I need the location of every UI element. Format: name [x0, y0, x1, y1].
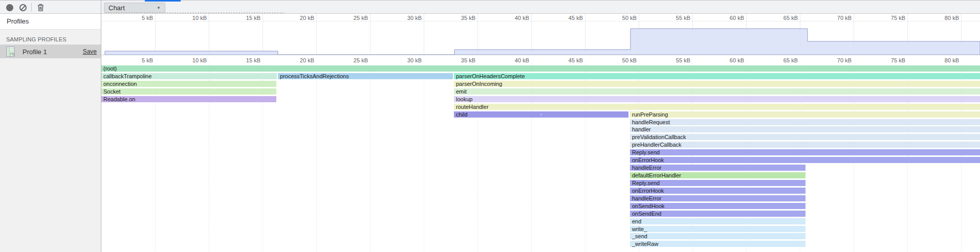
flame-bar-handleError[interactable]: handleError — [630, 195, 805, 201]
flame-bar-processTicksAndRejections[interactable]: processTicksAndRejections — [278, 73, 453, 79]
flame-bar-Reply.send[interactable]: Reply.send — [630, 180, 805, 186]
ruler-tick-label: 30 kB — [393, 57, 422, 63]
flame-bar-emit[interactable]: emit — [454, 88, 980, 95]
ruler-tick-label: 5 kB — [124, 57, 153, 63]
overview-resizer-handle[interactable] — [105, 12, 285, 14]
ruler-tick-label: 80 kB — [930, 57, 959, 63]
ruler-tick-label: 70 kB — [823, 57, 852, 63]
flame-bar-onSendEnd[interactable]: onSendEnd — [630, 211, 805, 217]
profiler-toolbar: Chart ▼ — [0, 0, 980, 14]
sidebar-heading: Profiles — [7, 17, 29, 25]
allocation-overview-chart[interactable] — [101, 14, 980, 55]
ruler-tick-label: 40 kB — [500, 57, 529, 63]
flame-bar-root[interactable]: (root) — [101, 65, 980, 72]
ruler-tick-label: 20 kB — [286, 57, 314, 63]
ruler-tick-label: 10 kB — [178, 57, 207, 63]
ruler-tick-label: 60 kB — [715, 57, 744, 63]
flame-bar-preHandlerCallback[interactable]: preHandlerCallback — [630, 142, 980, 148]
overview-area-path — [105, 29, 980, 55]
save-profile-link[interactable]: Save — [83, 48, 97, 55]
flame-bar-runPreParsing[interactable]: runPreParsing — [630, 111, 980, 118]
delete-profile-button[interactable] — [35, 2, 46, 13]
flame-bar-Readable.on[interactable]: Readable.on — [101, 96, 276, 102]
flame-chart-pane: 5 kB10 kB15 kB20 kB25 kB30 kB35 kB40 kB4… — [101, 14, 980, 252]
flame-bar-preValidationCallback[interactable]: preValidationCallback — [630, 134, 980, 140]
flame-bar-_send[interactable]: _send — [630, 233, 805, 239]
flame-bar-write_[interactable]: write_ — [630, 226, 805, 232]
flame-bar-onSendHook[interactable]: onSendHook — [630, 203, 805, 209]
ruler-tick-label: 45 kB — [554, 57, 583, 63]
flame-bar-onErrorHook[interactable]: onErrorHook — [630, 188, 805, 194]
profile-item-profile-1[interactable]: % Profile 1 Save — [0, 45, 101, 58]
flame-bar-parserOnIncoming[interactable]: parserOnIncoming — [454, 81, 980, 87]
toolbar-separator — [31, 3, 32, 12]
flame-bar-lookup[interactable]: lookup — [454, 96, 980, 102]
flame-bar-Socket[interactable]: Socket — [101, 88, 276, 95]
svg-text:%: % — [11, 53, 14, 56]
trash-icon — [37, 4, 44, 11]
flame-bar-onErrorHook[interactable]: onErrorHook — [630, 157, 980, 163]
flame-bar-end[interactable]: end — [630, 218, 805, 224]
ruler-tick-label: 50 kB — [608, 57, 637, 63]
flame-bar-Reply.send[interactable]: Reply.send — [630, 149, 980, 155]
record-button[interactable] — [4, 2, 15, 13]
flame-bar-onconnection[interactable]: onconnection — [101, 81, 276, 87]
flame-bar-routeHandler[interactable]: routeHandler — [454, 104, 980, 110]
active-tab-underline — [145, 0, 181, 2]
perspective-select[interactable]: Chart ▼ — [104, 3, 165, 13]
flame-bar-defaultErrorHandler[interactable]: defaultErrorHandler — [630, 172, 805, 178]
profiles-sidebar: Profiles SAMPLING PROFILES % Profile 1 S… — [0, 14, 101, 252]
flame-bar-parserOnHeadersComplete[interactable]: parserOnHeadersComplete — [454, 73, 980, 79]
flame-gridline — [316, 63, 317, 252]
ruler-tick-label: 55 kB — [662, 57, 690, 63]
perspective-select-value: Chart — [108, 4, 157, 12]
flame-gridline — [370, 63, 371, 252]
profile-name: Profile 1 — [23, 48, 83, 56]
ruler-tick-label: 75 kB — [877, 57, 905, 63]
sidebar-section: SAMPLING PROFILES % Profile 1 Save — [0, 29, 101, 252]
profile-table-icon: % — [6, 47, 15, 57]
flame-bar-_writeRaw[interactable]: _writeRaw — [630, 241, 805, 247]
devtools-memory-panel: Chart ▼ Profiles SAMPLING PROFILES % Pro… — [0, 0, 980, 252]
ruler-tick-label: 65 kB — [769, 57, 798, 63]
chevron-down-icon: ▼ — [157, 6, 161, 10]
flame-bar-child[interactable]: child — [454, 111, 628, 118]
ruler-tick-label: 35 kB — [447, 57, 475, 63]
clear-profiles-button[interactable] — [17, 2, 29, 13]
record-icon — [6, 4, 13, 11]
flame-bar-handleRequest[interactable]: handleRequest — [630, 119, 980, 125]
ruler-tick-label: 25 kB — [339, 57, 368, 63]
flame-bar-handler[interactable]: handler — [630, 126, 980, 132]
flame-gridline — [424, 63, 424, 252]
ruler-tick-label: 15 kB — [232, 57, 260, 63]
flame-bar-handleError[interactable]: handleError — [630, 165, 805, 171]
overview-bottom-border — [101, 55, 980, 55]
flame-bar-callbackTrampoline[interactable]: callbackTrampoline — [101, 73, 277, 79]
clear-icon — [19, 4, 27, 11]
sampling-profiles-label: SAMPLING PROFILES — [6, 36, 67, 42]
